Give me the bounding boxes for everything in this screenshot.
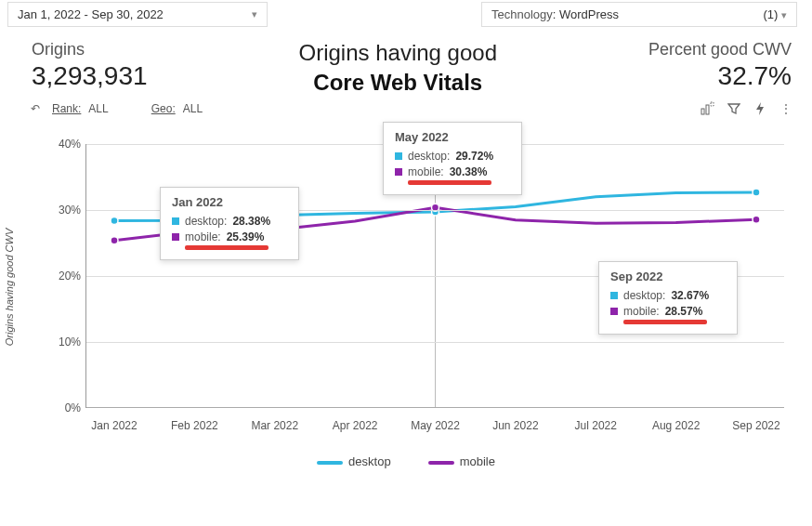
data-point xyxy=(111,237,118,244)
x-tick: Jan 2022 xyxy=(91,419,137,432)
svg-rect-1 xyxy=(706,105,709,114)
y-tick: 20% xyxy=(49,270,81,283)
pct-good-cwv-metric: Percent good CWV 32.7% xyxy=(648,40,792,91)
square-icon xyxy=(172,217,179,225)
pct-label: Percent good CWV xyxy=(648,40,792,59)
rank-label: Rank: xyxy=(52,102,81,115)
highlight-bar xyxy=(185,245,268,250)
x-tick: May 2022 xyxy=(411,419,460,432)
x-tick: Mar 2022 xyxy=(251,419,298,432)
origins-label: Origins xyxy=(32,40,148,59)
x-tick: Apr 2022 xyxy=(333,419,378,432)
tooltip-jan: Jan 2022 desktop: 28.38% mobile: 25.39% xyxy=(160,187,299,260)
lightning-icon[interactable] xyxy=(751,99,769,118)
tooltip-may: May 2022 desktop: 29.72% mobile: 30.38% xyxy=(383,122,522,195)
chart-legend: desktop mobile xyxy=(0,449,812,468)
x-tick: Jul 2022 xyxy=(575,419,617,432)
legend-item-mobile[interactable]: mobile xyxy=(428,454,495,468)
chart-config-icon[interactable] xyxy=(699,99,717,118)
x-tick: Jun 2022 xyxy=(492,419,538,432)
chevron-down-icon: ▾ xyxy=(252,8,257,20)
svg-rect-2 xyxy=(711,102,714,106)
y-tick: 30% xyxy=(49,204,81,217)
y-tick: 40% xyxy=(49,138,81,151)
data-point xyxy=(753,216,760,223)
pct-value: 32.7% xyxy=(648,61,792,91)
gridline xyxy=(86,342,784,343)
chevron-down-icon: ▾ xyxy=(781,9,787,20)
tooltip-sep: Sep 2022 desktop: 32.67% mobile: 28.57% xyxy=(598,261,738,335)
square-icon xyxy=(172,233,179,241)
date-range-dropdown[interactable]: Jan 1, 2022 - Sep 30, 2022 ▾ xyxy=(7,2,268,27)
date-range-value: Jan 1, 2022 - Sep 30, 2022 xyxy=(18,7,164,21)
geo-value: ALL xyxy=(183,102,203,115)
origins-value: 3,293,931 xyxy=(32,61,148,91)
data-point xyxy=(753,189,760,196)
highlight-bar xyxy=(623,320,707,324)
origins-metric: Origins 3,293,931 xyxy=(32,40,148,91)
square-icon xyxy=(610,308,618,315)
y-axis-label: Origins having good CWV xyxy=(4,229,15,347)
svg-rect-0 xyxy=(701,109,704,114)
y-tick: 10% xyxy=(49,335,81,348)
x-tick: Aug 2022 xyxy=(652,419,700,432)
data-point xyxy=(111,217,118,225)
chart-title: Origins having good Core Web Vitals xyxy=(299,40,497,96)
legend-item-desktop[interactable]: desktop xyxy=(317,454,391,468)
technology-count: (1) xyxy=(763,7,778,21)
square-icon xyxy=(610,292,618,299)
technology-value: WordPress xyxy=(559,7,619,21)
square-icon xyxy=(395,152,402,160)
geo-label: Geo: xyxy=(151,102,176,115)
highlight-bar xyxy=(408,180,491,185)
rank-value: ALL xyxy=(88,102,108,115)
x-tick: Sep 2022 xyxy=(732,419,779,432)
undo-icon[interactable]: ↶ xyxy=(26,99,45,118)
technology-dropdown[interactable]: Technology: WordPress (1) ▾ xyxy=(481,2,797,27)
y-tick: 0% xyxy=(49,401,81,414)
filter-icon[interactable] xyxy=(725,99,743,118)
technology-label: Technology xyxy=(491,7,553,21)
x-tick: Feb 2022 xyxy=(171,419,218,432)
more-icon[interactable]: ⋮ xyxy=(777,99,795,118)
square-icon xyxy=(395,168,402,176)
